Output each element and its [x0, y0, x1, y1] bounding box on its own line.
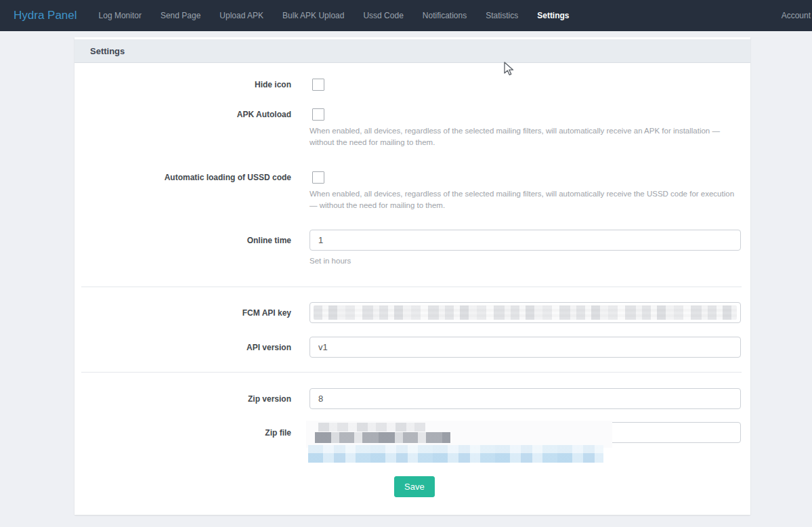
form-row-zip-version: Zip version — [81, 388, 742, 409]
fcm-api-key-label: FCM API key — [81, 302, 291, 319]
nav-item-ussd-code[interactable]: Ussd Code — [354, 0, 412, 31]
nav-item-notifications[interactable]: Notifications — [413, 0, 476, 31]
api-version-input[interactable] — [309, 337, 741, 358]
settings-panel: Settings Hide icon APK Autoload When ena… — [74, 37, 750, 515]
nav-item-log-monitor[interactable]: Log Monitor — [89, 0, 151, 31]
apk-autoload-label: APK Autoload — [81, 108, 291, 121]
nav-item-account[interactable]: Account — [772, 0, 812, 31]
nav-item-send-page[interactable]: Send Page — [151, 0, 210, 31]
section-divider — [81, 372, 742, 373]
form-row-hide-icon: Hide icon — [81, 79, 742, 91]
ussd-autoload-checkbox[interactable] — [312, 171, 324, 184]
page-content: Settings Hide icon APK Autoload When ena… — [0, 31, 812, 515]
form-row-zip-file: Zip file — [81, 422, 742, 443]
nav-item-bulk-apk-upload[interactable]: Bulk APK Upload — [273, 0, 354, 31]
nav-links: Log Monitor Send Page Upload APK Bulk AP… — [89, 0, 579, 31]
hide-icon-label: Hide icon — [81, 79, 291, 91]
nav-item-upload-apk[interactable]: Upload APK — [210, 0, 273, 31]
ussd-autoload-label: Automatic loading of USSD code — [81, 171, 291, 184]
zip-version-input[interactable] — [309, 388, 741, 409]
ussd-autoload-help: When enabled, all devices, regardless of… — [309, 188, 741, 211]
settings-form: Hide icon APK Autoload When enabled, all… — [74, 63, 750, 515]
online-time-help: Set in hours — [309, 255, 741, 267]
form-row-ussd-autoload: Automatic loading of USSD code When enab… — [81, 171, 742, 211]
form-row-online-time: Online time Set in hours — [81, 230, 742, 267]
hide-icon-checkbox[interactable] — [312, 79, 324, 91]
panel-header: Settings — [74, 39, 750, 63]
panel-title: Settings — [90, 46, 125, 56]
form-row-save: Save — [81, 476, 742, 497]
apk-autoload-checkbox[interactable] — [312, 108, 324, 121]
redacted-value-mosaic — [314, 305, 737, 320]
form-row-api-version: API version — [81, 337, 742, 358]
online-time-label: Online time — [81, 230, 291, 247]
zip-version-label: Zip version — [81, 388, 291, 405]
top-navbar: Hydra Panel Log Monitor Send Page Upload… — [0, 0, 812, 31]
nav-item-settings[interactable]: Settings — [528, 0, 578, 31]
zip-file-label: Zip file — [81, 422, 291, 439]
apk-autoload-help: When enabled, all devices, regardless of… — [309, 125, 741, 148]
brand-logo[interactable]: Hydra Panel — [14, 0, 77, 31]
form-row-apk-autoload: APK Autoload When enabled, all devices, … — [81, 108, 742, 148]
zip-file-link-redaction — [308, 445, 603, 463]
zip-file-redaction-overlay — [306, 421, 612, 448]
nav-item-statistics[interactable]: Statistics — [476, 0, 528, 31]
fcm-api-key-input[interactable] — [309, 302, 741, 323]
api-version-label: API version — [81, 337, 291, 354]
online-time-input[interactable] — [309, 230, 741, 251]
section-divider — [81, 287, 742, 287]
save-button[interactable]: Save — [394, 476, 435, 497]
nav-spacer — [579, 0, 772, 31]
app-root: Hydra Panel Log Monitor Send Page Upload… — [0, 0, 812, 515]
form-row-fcm-api-key: FCM API key — [81, 302, 742, 323]
